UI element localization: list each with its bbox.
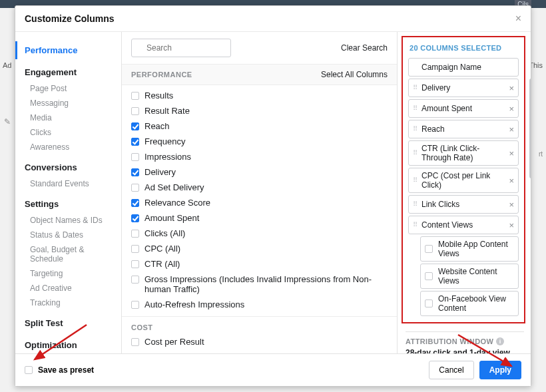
metric-frequency[interactable]: Frequency xyxy=(122,134,397,149)
selected-amount-spent[interactable]: ⠿Amount Spent× xyxy=(408,99,519,118)
save-as-preset[interactable]: Save as preset xyxy=(25,365,94,375)
search-wrap: ⌕ xyxy=(131,39,231,57)
metric-clicks-all-[interactable]: Clicks (All) xyxy=(122,226,397,241)
nav-goal-budget-schedule[interactable]: Goal, Budget & Schedule xyxy=(15,242,121,266)
selected-cpc-cost-per-link-click-[interactable]: ⠿CPC (Cost per Link Click)× xyxy=(408,168,519,193)
nav-standard-events[interactable]: Standard Events xyxy=(15,176,121,191)
selected-sub-website-content-views[interactable]: Website Content Views xyxy=(420,264,519,289)
drag-grip-icon[interactable]: ⠿ xyxy=(413,178,417,183)
metric-results[interactable]: Results xyxy=(122,88,397,103)
checkbox[interactable] xyxy=(131,214,139,222)
remove-icon[interactable]: × xyxy=(505,148,514,158)
metric-ad-set-delivery[interactable]: Ad Set Delivery xyxy=(122,180,397,195)
checkbox[interactable] xyxy=(131,301,139,309)
metric-gross-impressions-includes-invalid-impressions-from-non-human-traffic-[interactable]: Gross Impressions (Includes Invalid Impr… xyxy=(122,272,397,297)
selected-link-clicks[interactable]: ⠿Link Clicks× xyxy=(408,195,519,214)
metric-result-rate[interactable]: Result Rate xyxy=(122,103,397,118)
section-title-cost: COST xyxy=(122,316,397,334)
metric-amount-spent[interactable]: Amount Spent xyxy=(122,210,397,226)
metric-auto-refresh-impressions[interactable]: Auto-Refresh Impressions xyxy=(122,297,397,312)
metric-label: CTR (All) xyxy=(144,259,180,269)
cancel-button[interactable]: Cancel xyxy=(429,361,473,379)
info-icon[interactable]: i xyxy=(496,337,504,345)
drag-grip-icon[interactable]: ⠿ xyxy=(413,85,417,91)
nav-page-post[interactable]: Page Post xyxy=(15,81,121,96)
nav-ad-creative[interactable]: Ad Creative xyxy=(15,281,121,295)
attribution-setting: 28-day click and 1-day view xyxy=(406,348,524,353)
remove-icon[interactable]: × xyxy=(505,200,514,210)
nav-split-test[interactable]: Split Test xyxy=(15,314,121,332)
nav-settings[interactable]: Settings xyxy=(15,195,121,213)
selected-columns-box: 20 COLUMNS SELECTED ⠿Campaign Name⠿Deliv… xyxy=(402,36,525,323)
nav-tracking[interactable]: Tracking xyxy=(15,295,121,310)
close-icon[interactable]: × xyxy=(515,13,521,25)
metric-label: Ad Set Delivery xyxy=(144,182,204,192)
selected-content-views[interactable]: ⠿Content Views× xyxy=(408,216,519,234)
metric-relevance-score[interactable]: Relevance Score xyxy=(122,195,397,210)
selected-sub-on-facebook-view-content[interactable]: On-Facebook View Content xyxy=(420,291,519,316)
drag-grip-icon[interactable]: ⠿ xyxy=(413,126,417,132)
metric-reach[interactable]: Reach xyxy=(122,118,397,134)
nav-engagement[interactable]: Engagement xyxy=(15,63,121,81)
drag-grip-icon[interactable]: ⠿ xyxy=(413,222,417,228)
nav-conversions[interactable]: Conversions xyxy=(15,158,121,176)
nav-performance[interactable]: Performance xyxy=(15,41,121,59)
nav-status-dates[interactable]: Status & Dates xyxy=(15,228,121,242)
checkbox[interactable] xyxy=(131,184,139,192)
selected-label: Content Views xyxy=(421,220,505,230)
selected-delivery[interactable]: ⠿Delivery× xyxy=(408,79,519,97)
section-title-performance: PERFORMANCE xyxy=(131,71,192,79)
metrics-toolbar: ⌕ Clear Search xyxy=(122,32,397,64)
remove-icon[interactable]: × xyxy=(505,124,514,134)
nav-media[interactable]: Media xyxy=(15,110,121,125)
checkbox[interactable] xyxy=(425,299,433,307)
selected-label: Campaign Name xyxy=(421,63,514,72)
checkbox[interactable] xyxy=(131,276,139,284)
selected-reach[interactable]: ⠿Reach× xyxy=(408,120,519,138)
select-all-columns-link[interactable]: Select All Columns xyxy=(321,70,388,79)
nav-optimization[interactable]: Optimization xyxy=(15,336,121,353)
metrics-panel: ⌕ Clear Search PERFORMANCE Select All Co… xyxy=(122,32,398,353)
clear-search-link[interactable]: Clear Search xyxy=(341,43,388,53)
search-input[interactable] xyxy=(131,39,231,57)
drag-grip-icon[interactable]: ⠿ xyxy=(413,150,417,156)
drag-grip-icon[interactable]: ⠿ xyxy=(413,202,417,207)
selected-campaign-name[interactable]: ⠿Campaign Name xyxy=(408,58,519,77)
metric-cost-per-result[interactable]: Cost per Result xyxy=(122,334,397,349)
save-preset-checkbox[interactable] xyxy=(25,366,33,374)
scrollbar[interactable] xyxy=(529,79,531,178)
drag-grip-icon[interactable]: ⠿ xyxy=(413,106,417,111)
checkbox[interactable] xyxy=(131,138,139,146)
nav-object-names-ids[interactable]: Object Names & IDs xyxy=(15,213,121,228)
checkbox[interactable] xyxy=(131,230,139,238)
remove-icon[interactable]: × xyxy=(505,220,514,230)
checkbox[interactable] xyxy=(425,245,433,253)
checkbox[interactable] xyxy=(131,107,139,115)
remove-icon[interactable]: × xyxy=(505,83,514,93)
checkbox[interactable] xyxy=(131,338,139,346)
selected-ctr-link-click-through-rate-[interactable]: ⠿CTR (Link Click-Through Rate)× xyxy=(408,140,519,166)
remove-icon[interactable]: × xyxy=(505,104,514,114)
checkbox[interactable] xyxy=(131,199,139,207)
selected-sub-mobile-app-content-views[interactable]: Mobile App Content Views xyxy=(420,236,519,262)
nav-targeting[interactable]: Targeting xyxy=(15,266,121,281)
checkbox[interactable] xyxy=(131,153,139,161)
checkbox[interactable] xyxy=(131,245,139,253)
checkbox[interactable] xyxy=(131,260,139,268)
metric-delivery[interactable]: Delivery xyxy=(122,164,397,180)
checkbox[interactable] xyxy=(425,272,433,280)
selected-label: Link Clicks xyxy=(421,200,505,209)
nav-awareness[interactable]: Awareness xyxy=(15,140,121,154)
checkbox[interactable] xyxy=(131,92,139,100)
metric-cpc-all-[interactable]: CPC (All) xyxy=(122,241,397,256)
nav-messaging[interactable]: Messaging xyxy=(15,96,121,110)
attribution-window: ATTRIBUTION WINDOW i 28-day click and 1-… xyxy=(406,331,524,353)
nav-clicks[interactable]: Clicks xyxy=(15,125,121,140)
metric-impressions[interactable]: Impressions xyxy=(122,149,397,164)
remove-icon[interactable]: × xyxy=(505,176,514,186)
checkbox[interactable] xyxy=(131,168,139,176)
checkbox[interactable] xyxy=(131,122,139,130)
apply-button[interactable]: Apply xyxy=(479,361,521,379)
save-preset-label: Save as preset xyxy=(38,365,94,375)
metric-ctr-all-[interactable]: CTR (All) xyxy=(122,256,397,272)
